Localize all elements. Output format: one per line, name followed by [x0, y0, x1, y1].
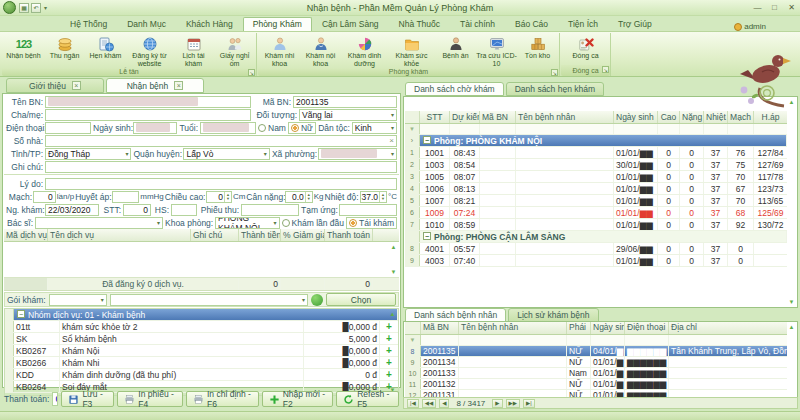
department-select[interactable]: PHÒNG KHÁM NỘI▾ — [215, 217, 280, 229]
table-row[interactable]: 4100608:1301/01/▆▆003767123/73 — [405, 183, 787, 195]
benh-an-button[interactable]: Bệnh án — [435, 34, 476, 60]
province-select[interactable]: Đồng Tháp▾ — [45, 148, 131, 160]
column-header[interactable]: Mã BN — [421, 322, 459, 334]
group-row[interactable]: −Nhóm dịch vụ: 01 - Khám bệnh — [5, 309, 398, 321]
pager-prev-page-button[interactable]: ◀◀ — [422, 399, 436, 408]
scroll-up-icon[interactable]: ▲ — [789, 99, 795, 105]
column-header[interactable]: Thanh toán — [325, 229, 373, 241]
dang-ky-tu-website-button[interactable]: Đăng ký từ website — [126, 34, 173, 68]
minimize-button[interactable]: — — [749, 1, 766, 14]
patient-name-input[interactable] — [45, 96, 251, 108]
note-input[interactable] — [45, 161, 397, 173]
table-row[interactable]: 112001132NỮ01/01/▆▆▆▆▆▆▆ — [405, 379, 787, 390]
close-tab-icon[interactable]: × — [174, 81, 183, 90]
column-header[interactable]: Tên bệnh nhân — [516, 111, 614, 123]
add-package-icon[interactable] — [311, 294, 323, 306]
table-row[interactable]: 2100308:5430/01/▆▆003775127/69 — [405, 159, 787, 171]
blood-pressure-input[interactable] — [112, 191, 139, 203]
table-row[interactable]: 3100508:0701/01/▆▆003770117/78 — [405, 171, 787, 183]
column-header[interactable]: Ghi chú — [191, 229, 239, 241]
logged-in-user[interactable]: admin — [734, 22, 766, 31]
tab-nha-thuoc[interactable]: Nhà Thuốc — [389, 17, 450, 31]
payment-input[interactable]: 0 — [52, 392, 58, 406]
deposit-input[interactable] — [339, 204, 397, 216]
tab-gioi-thieu[interactable]: Giới thiệu × — [6, 78, 104, 93]
dialog-launcher-icon[interactable]: ↘ — [602, 66, 609, 73]
table-row[interactable]: 6100907:2401/01/▆▆003768125/69 — [405, 207, 787, 219]
column-header[interactable]: Phái — [567, 322, 591, 334]
tab-lich-su-kham-benh[interactable]: Lịch sử khám bệnh — [508, 308, 598, 322]
scroll-down-icon[interactable]: ▼ — [789, 299, 795, 305]
tra-cuu-icd10-button[interactable]: Tra cứu ICD-10 — [476, 34, 517, 68]
table-row[interactable]: KB0267Khám Nội█0,000 đ+ — [5, 345, 398, 357]
table-row[interactable]: KDDKhám dinh dưỡng (đã thu phí)0 đ+ — [5, 369, 398, 381]
dialog-launcher-icon[interactable]: ↘ — [248, 69, 255, 76]
tab-he-thong[interactable]: Hệ Thống — [60, 17, 117, 31]
weight-stepper[interactable]: 0.0▲▼ — [285, 191, 312, 203]
collapse-icon[interactable]: − — [17, 310, 25, 318]
collapse-icon[interactable]: − — [423, 232, 431, 240]
scroll-up-icon[interactable]: ▲ — [391, 244, 397, 250]
spinner-icons[interactable]: ▲▼ — [379, 192, 386, 202]
column-header[interactable]: STT — [420, 111, 450, 123]
giay-nghi-om-button[interactable]: Giấy nghỉ ốm — [214, 34, 255, 68]
filter-row[interactable]: ▼ — [405, 124, 787, 135]
lich-tai-kham-button[interactable]: Lịch tái khám — [173, 34, 214, 68]
scroll-up-icon[interactable]: ▲ — [789, 324, 795, 330]
pager-prev-button[interactable]: ◀ — [439, 399, 449, 408]
scroll-up-icon[interactable]: ▲ — [390, 311, 396, 317]
column-header[interactable]: Cao — [658, 111, 680, 123]
print-order-button[interactable]: In chỉ định - F6 — [186, 391, 259, 407]
new-record-button[interactable]: Nhập mới - F2 — [262, 391, 333, 407]
table-row[interactable]: KB0266Khám Nhi█0,000 đ+ — [5, 357, 398, 369]
column-header[interactable]: Dự kiến — [450, 111, 480, 123]
print-slip-button[interactable]: In phiếu - F4 — [117, 391, 183, 407]
table-row[interactable]: 5100708:2101/01/▆▆003770113/65 — [405, 195, 787, 207]
package-code-select[interactable]: ▾ — [49, 294, 107, 306]
scrollbar[interactable]: ▲▼ — [389, 243, 398, 276]
patient-type-select[interactable]: Vãng lai▾ — [299, 109, 397, 121]
reason-input[interactable] — [45, 178, 397, 190]
phone-input[interactable] — [45, 122, 91, 134]
group-row[interactable]: −Phòng: PHÒNG CẬN LÂM SÀNG — [405, 231, 787, 243]
doctor-select[interactable]: ▾ — [35, 217, 163, 229]
hen-kham-button[interactable]: Hẹn khám — [85, 34, 126, 60]
patient-id-input[interactable]: 2001135 — [293, 96, 397, 108]
tab-tro-giup[interactable]: Trợ Giúp — [608, 17, 662, 31]
kham-suc-khoe-button[interactable]: Khám sức khỏe — [388, 34, 435, 68]
column-header[interactable]: Mã dịch vụ — [4, 229, 48, 241]
column-header[interactable]: Nhiệt — [704, 111, 728, 123]
refresh-button[interactable]: Refesh - F5 — [336, 391, 399, 407]
collapse-icon[interactable]: − — [423, 136, 431, 144]
female-radio[interactable]: Nữ — [288, 122, 316, 134]
choose-package-button[interactable]: Chọn — [326, 293, 396, 306]
table-row[interactable]: 8400105:5729/06/▆▆00370 — [405, 243, 787, 255]
column-header[interactable]: Ngày sinh — [591, 322, 625, 334]
parent-name-input[interactable] — [45, 109, 251, 121]
group-row[interactable]: ›−Phòng: PHÒNG KHÁM NỘI — [405, 135, 787, 147]
scroll-down-icon[interactable]: ▼ — [391, 269, 397, 275]
pulse-input[interactable]: 0 — [33, 191, 56, 203]
table-row[interactable]: SKSổ khám bệnh5,000 đ+ — [5, 333, 398, 345]
tab-nhan-benh[interactable]: Nhận bệnh × — [106, 78, 204, 93]
pager-next-button[interactable]: ▶ — [492, 399, 502, 408]
close-button[interactable]: ✕ — [783, 1, 800, 14]
pager-last-button[interactable]: ▶| — [523, 399, 535, 408]
tab-danh-sach-hen-kham[interactable]: Danh sách hẹn khám — [506, 82, 604, 96]
table-row[interactable]: 1100108:4301/01/▆▆003776127/84 — [405, 147, 787, 159]
column-header[interactable]: Nặng — [680, 111, 704, 123]
queue-number-input[interactable]: 0 — [123, 204, 151, 216]
kham-noi-khoa-button[interactable]: Khám nội khoa — [300, 34, 341, 68]
scrollbar[interactable]: ▲▼ — [787, 323, 796, 407]
thu-ngan-button[interactable]: Thu ngân — [44, 34, 85, 60]
tab-bao-cao[interactable]: Báo Cáo — [505, 17, 558, 31]
kham-dinh-duong-button[interactable]: Khám dinh dưỡng — [341, 34, 388, 68]
spinner-icons[interactable]: ▲▼ — [305, 192, 312, 202]
column-header[interactable]: H.áp — [754, 111, 787, 123]
nhan-benh-button[interactable]: 123 Nhận bệnh — [3, 34, 44, 60]
ethnicity-select[interactable]: Kinh▾ — [352, 122, 397, 134]
male-radio[interactable]: Nam — [258, 123, 286, 133]
tab-danh-muc[interactable]: Danh Mục — [117, 17, 176, 31]
kham-nhi-khoa-button[interactable]: Khám nhi khoa — [259, 34, 300, 68]
column-header[interactable]: Ngày sinh — [614, 111, 658, 123]
